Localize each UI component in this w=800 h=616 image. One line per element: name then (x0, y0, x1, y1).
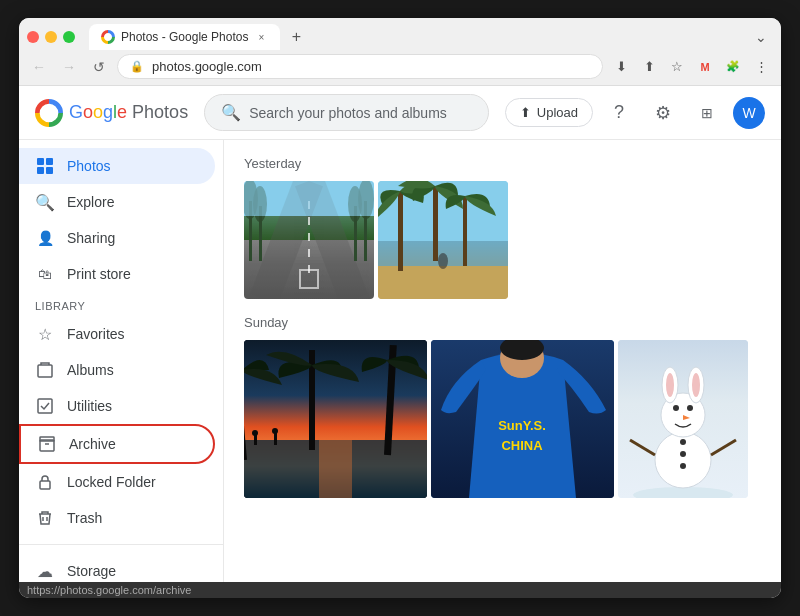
sidebar-divider (19, 544, 223, 545)
sidebar-item-utilities[interactable]: Utilities (19, 388, 215, 424)
favorites-icon: ☆ (35, 324, 55, 344)
sidebar: Photos 🔍 Explore 👤 Sharing 🛍 Print store… (19, 140, 224, 582)
svg-rect-26 (378, 266, 508, 299)
photo-sunset-img (244, 340, 427, 498)
sidebar-item-sharing[interactable]: 👤 Sharing (19, 220, 215, 256)
url-text: photos.google.com (152, 59, 262, 74)
maximize-button[interactable] (63, 31, 75, 43)
search-bar[interactable]: 🔍 Search your photos and albums (204, 94, 489, 131)
photo-item-athlete[interactable]: SunY.S. CHINA (431, 340, 614, 498)
close-button[interactable] (27, 31, 39, 43)
bookmark-icon[interactable]: ☆ (665, 55, 689, 79)
svg-rect-29 (463, 196, 467, 266)
active-tab[interactable]: Photos - Google Photos × (89, 24, 280, 50)
photo-snowman-img (618, 340, 748, 498)
yesterday-section: Yesterday (244, 156, 761, 299)
tab-favicon (101, 30, 115, 44)
library-section-label: LIBRARY (19, 292, 223, 316)
sidebar-item-explore[interactable]: 🔍 Explore (19, 184, 215, 220)
photo-item-palms[interactable] (378, 181, 508, 299)
more-icon[interactable]: ⋮ (749, 55, 773, 79)
print-store-icon: 🛍 (35, 264, 55, 284)
print-store-label: Print store (67, 266, 131, 282)
content-area: Yesterday (224, 140, 781, 582)
search-icon: 🔍 (221, 103, 241, 122)
back-button[interactable]: ← (27, 55, 51, 79)
sunday-photo-grid: SunY.S. CHINA (244, 340, 761, 498)
header-actions: ⬆ Upload ? ⚙ ⊞ W (505, 95, 765, 131)
photo-item-road[interactable] (244, 181, 374, 299)
settings-button[interactable]: ⚙ (645, 95, 681, 131)
yesterday-photo-grid (244, 181, 761, 299)
app-header: Google Photos 🔍 Search your photos and a… (19, 86, 781, 140)
tab-more-button[interactable]: ⌄ (749, 25, 773, 49)
albums-icon (35, 360, 55, 380)
app-name: Google Photos (69, 102, 188, 123)
svg-rect-9 (40, 481, 50, 489)
sharing-icon: 👤 (35, 228, 55, 248)
svg-point-59 (680, 463, 686, 469)
sidebar-item-print-store[interactable]: 🛍 Print store (19, 256, 215, 292)
url-bar[interactable]: 🔒 photos.google.com (117, 54, 603, 79)
sidebar-item-storage[interactable]: ☁ Storage (19, 553, 215, 582)
sunday-label: Sunday (244, 315, 761, 330)
trash-label: Trash (67, 510, 102, 526)
archive-icon (37, 434, 57, 454)
photo-palm-img (378, 181, 508, 299)
sidebar-item-archive[interactable]: Archive (19, 424, 215, 464)
svg-rect-38 (254, 435, 257, 445)
sunday-section: Sunday (244, 315, 761, 498)
svg-point-57 (680, 439, 686, 445)
svg-rect-0 (37, 158, 44, 165)
apps-button[interactable]: ⊞ (689, 95, 725, 131)
status-url: https://photos.google.com/archive (27, 584, 191, 596)
upload-label: Upload (537, 105, 578, 120)
trash-icon (35, 508, 55, 528)
sidebar-item-trash[interactable]: Trash (19, 500, 215, 536)
albums-label: Albums (67, 362, 114, 378)
svg-text:SunY.S.: SunY.S. (498, 418, 546, 433)
reload-button[interactable]: ↺ (87, 55, 111, 79)
favorites-label: Favorites (67, 326, 125, 342)
svg-rect-40 (274, 433, 277, 445)
tab-close-button[interactable]: × (254, 30, 268, 44)
svg-rect-27 (398, 191, 403, 271)
forward-button[interactable]: → (57, 55, 81, 79)
sharing-label: Sharing (67, 230, 115, 246)
upload-arrow-icon: ⬆ (520, 105, 531, 120)
extensions-icon[interactable]: 🧩 (721, 55, 745, 79)
main-layout: Photos 🔍 Explore 👤 Sharing 🛍 Print store… (19, 140, 781, 582)
utilities-label: Utilities (67, 398, 112, 414)
share-icon[interactable]: ⬆ (637, 55, 661, 79)
avatar[interactable]: W (733, 97, 765, 129)
svg-point-54 (692, 373, 700, 397)
svg-point-39 (252, 430, 258, 436)
photo-item-sunset[interactable] (244, 340, 427, 498)
photos-label: Photos (67, 158, 111, 174)
photo-item-snowman[interactable] (618, 340, 748, 498)
new-tab-button[interactable]: + (284, 25, 308, 49)
gmail-icon[interactable]: M (693, 55, 717, 79)
svg-rect-28 (433, 186, 438, 261)
sidebar-item-locked-folder[interactable]: Locked Folder (19, 464, 215, 500)
svg-rect-5 (38, 399, 52, 413)
photos-logo-icon (35, 99, 63, 127)
minimize-button[interactable] (45, 31, 57, 43)
svg-rect-2 (37, 167, 44, 174)
search-placeholder: Search your photos and albums (249, 105, 447, 121)
archive-label: Archive (69, 436, 116, 452)
svg-rect-34 (319, 440, 352, 498)
utilities-icon (35, 396, 55, 416)
svg-point-55 (673, 405, 679, 411)
download-icon[interactable]: ⬇ (609, 55, 633, 79)
svg-rect-4 (38, 365, 52, 377)
upload-button[interactable]: ⬆ Upload (505, 98, 593, 127)
tab-title: Photos - Google Photos (121, 30, 248, 44)
storage-nav-label: Storage (67, 563, 116, 579)
help-button[interactable]: ? (601, 95, 637, 131)
lock-icon: 🔒 (130, 60, 144, 73)
sidebar-item-favorites[interactable]: ☆ Favorites (19, 316, 215, 352)
svg-point-41 (272, 428, 278, 434)
sidebar-item-photos[interactable]: Photos (19, 148, 215, 184)
sidebar-item-albums[interactable]: Albums (19, 352, 215, 388)
